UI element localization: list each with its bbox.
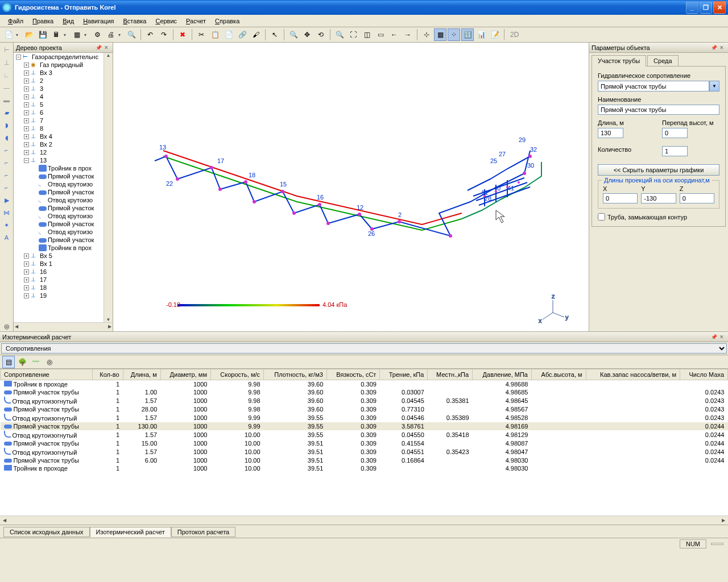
axes-icon[interactable]: ⊹ [420,28,433,41]
col-header[interactable]: Плотность, кг/м3 [264,369,327,380]
col-header[interactable]: Диаметр, мм [160,369,210,380]
dropdown-icon[interactable]: ▼ [709,81,719,92]
tree-hscrollbar[interactable] [14,322,113,331]
col-header[interactable]: Трение, кПа [380,369,428,380]
bottom-tab[interactable]: Изотермический расчет [90,527,171,537]
tree-node[interactable]: +⊥17 [14,276,113,284]
tree-node[interactable]: +⊥8 [14,124,113,132]
3d-canvas[interactable]: 132217 181516 12262 323029 272540 112841… [113,43,589,331]
2d-toggle[interactable]: 2D [507,28,522,41]
col-header[interactable]: Длина, м [123,369,160,380]
link-icon[interactable]: 🔗 [236,28,249,41]
fwd-icon[interactable]: → [402,28,414,41]
tool-ring-icon[interactable]: ◎ [2,321,12,331]
tree-node[interactable]: Прямой участок [14,204,113,212]
col-header[interactable]: Давление, МПа [473,369,532,380]
tree-node[interactable]: +⊥Вх 1 [14,260,113,268]
redo-icon[interactable]: ↷ [158,28,170,41]
view-ring-icon[interactable]: ◎ [43,356,56,368]
tool-angle-icon[interactable]: ∟ [2,70,12,80]
tool-cap1-icon[interactable]: ▰ [2,107,12,118]
tool-junction-icon[interactable]: ✦ [2,220,12,230]
hide-graphics-button[interactable]: << Скрыть параметры графики [598,164,719,176]
bottom-tab[interactable]: Протокол расчета [171,527,235,537]
col-header[interactable]: Сопротивление [1,369,93,380]
table-row[interactable]: Отвод крутоизогнутый11.57100010.0039.550… [1,430,728,439]
x-input[interactable] [603,193,638,203]
nodes-icon[interactable]: ⁘ [448,28,460,41]
tree-node[interactable]: Тройник в прох [14,164,113,172]
col-header[interactable]: Кав.запас насоса/ветви, м [586,369,680,380]
chart-icon[interactable]: 📊 [475,28,487,41]
col-header[interactable]: Абс.высота, м [531,369,586,380]
new-icon[interactable]: 📄 [2,28,15,41]
tree-node[interactable]: +⊥4 [14,93,113,101]
tree-node[interactable]: +⊥5 [14,101,113,109]
tree-node[interactable]: ◟Отвод крутоизо [14,228,113,236]
tree-node[interactable]: +◉Газ природный [14,61,113,69]
tree-node[interactable]: Прямой участок [14,188,113,196]
col-header[interactable]: Скорость, м/с [210,369,263,380]
pin-icon[interactable]: 📌 [710,45,718,51]
table-row[interactable]: Прямой участок трубы11.0010009.9839.600.… [1,388,728,396]
tool-cap2-icon[interactable]: ◗ [2,120,12,130]
close-panel-icon[interactable]: ✕ [102,45,110,51]
pin-icon[interactable]: 📌 [94,45,102,51]
fit-icon[interactable]: ⛶ [347,28,359,41]
tree-node[interactable]: +⊥3 [14,85,113,93]
report-icon[interactable]: 📝 [489,28,501,41]
table-row[interactable]: Прямой участок трубы115.00100010.0039.51… [1,439,728,447]
menu-Справка[interactable]: Справка [210,16,244,26]
tool-bend2-icon[interactable]: ⌐ [2,157,12,168]
tree-node[interactable]: Прямой участок [14,220,113,228]
tree-node[interactable]: +⊥Вх 2 [14,140,113,148]
view-tree-icon[interactable]: 🌳 [16,356,28,368]
tree-body[interactable]: −⊢Газораспределительнс+◉Газ природный+⊥В… [14,53,113,322]
preview-icon[interactable]: 🔍 [125,28,138,41]
menu-Навигация[interactable]: Навигация [78,16,118,26]
tool-bend4-icon[interactable]: ⌐ [2,182,12,193]
closing-checkbox[interactable] [598,213,605,221]
rotate-icon[interactable]: ⟲ [315,28,327,41]
grid-icon[interactable]: ▦ [71,28,83,41]
tree-node[interactable]: +⊥19 [14,292,113,300]
undo-icon[interactable]: ↶ [144,28,156,41]
qty-input[interactable] [662,146,688,156]
pan-icon[interactable]: ✥ [301,28,313,41]
tool-line-icon[interactable]: — [2,82,12,93]
tool-icon[interactable]: ⚙ [91,28,104,41]
view-wave-icon[interactable]: 〰 [30,356,42,368]
tree-node[interactable]: Прямой участок [14,172,113,180]
tree-node[interactable]: −⊢Газораспределительнс [14,53,113,61]
bottom-tab[interactable]: Список исходных данных [3,527,90,537]
menu-Расчет[interactable]: Расчет [181,16,210,26]
tab-pipe-section[interactable]: Участок трубы [592,55,646,66]
tree-node[interactable]: −⊥13 [14,156,113,164]
close-results-icon[interactable]: ✕ [718,334,726,340]
tab-medium[interactable]: Среда [647,55,678,66]
tree-node[interactable]: +⊥7 [14,117,113,124]
tree-vscrollbar[interactable] [104,53,113,322]
zoomout-icon[interactable]: 🔍 [333,28,346,41]
copy-icon[interactable]: 📋 [209,28,221,41]
results-filter-select[interactable]: Сопротивления [1,343,727,354]
z-input[interactable] [680,193,714,203]
close-button[interactable]: ✕ [713,1,726,14]
calc-icon[interactable]: 🖩 [50,28,63,41]
tool-seg-icon[interactable]: ▬ [2,95,12,105]
dh-input[interactable] [662,128,688,138]
table-row[interactable]: Тройник в проходе110009.9839.600.3094.98… [1,380,728,389]
view-list-icon[interactable]: ▤ [2,356,15,368]
pin-icon[interactable]: 📌 [710,334,718,340]
name-input[interactable] [598,105,719,115]
tree-node[interactable]: Тройник в прох [14,244,113,252]
length-input[interactable] [598,128,623,138]
col-header[interactable]: Вязкость, сСт [326,369,380,380]
cut-icon[interactable]: ✂ [195,28,208,41]
menu-Файл[interactable]: Файл [3,16,28,26]
table-row[interactable]: Отвод крутоизогнутый11.57100010.0039.510… [1,447,728,456]
back-icon[interactable]: ← [388,28,400,41]
col-header[interactable]: Число Маха [680,369,727,380]
window-icon[interactable]: ◫ [361,28,373,41]
menu-Правка[interactable]: Правка [28,16,58,26]
